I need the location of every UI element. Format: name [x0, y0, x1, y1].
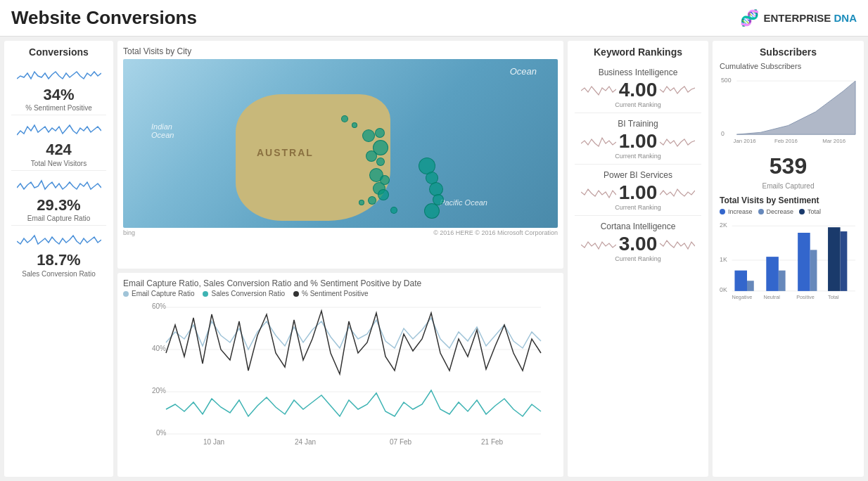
svg-text:21 Feb: 21 Feb [481, 438, 504, 446]
line-chart-card: Email Capture Ratio, Sales Conversion Ra… [117, 273, 563, 477]
sentiment-legend: Increase Decrease Total [720, 208, 857, 215]
legend-dot-total [799, 209, 805, 214]
svg-text:2K: 2K [720, 222, 727, 229]
pacific-ocean-label: Pacific Ocean [440, 198, 487, 207]
keyword-cortana: Cortana Intelligence 3.00 Current Rankin… [575, 217, 701, 267]
keywords-panel: Keyword Rankings Business Intelligence 4… [568, 41, 708, 477]
legend-decrease: Decrease [758, 208, 794, 215]
map-card: Total Visits by City Ocean IndianOcean P… [117, 41, 563, 269]
conversions-panel: Conversions 34% % Sentiment Positive 424… [4, 41, 113, 477]
metric-sentiment: 34% % Sentiment Positive [11, 63, 106, 115]
email-capture-label: Email Capture Ratio [27, 214, 90, 222]
keyword-bi-name: Business Intelligence [599, 68, 678, 77]
keyword-powerbi-sublabel: Current Ranking [615, 204, 661, 211]
map-dot-9 [378, 189, 389, 200]
indian-ocean-label: IndianOcean [151, 122, 174, 139]
keyword-training-name: BI Training [618, 119, 658, 129]
subscribers-panel: Subscribers Cumulative Subscribers 500 0… [713, 41, 864, 477]
keyword-bi-sparkline [581, 82, 616, 98]
sparkline-visitors [17, 121, 101, 141]
map-dot-1 [362, 129, 375, 142]
svg-text:07 Feb: 07 Feb [390, 438, 412, 446]
cumul-label: Cumulative Subscribers [720, 62, 857, 70]
keyword-cortana-sparkline [581, 236, 616, 252]
sparkline-sales [17, 231, 101, 251]
svg-text:1K: 1K [720, 256, 727, 263]
keyword-powerbi-rank-row: 1.00 [581, 181, 696, 204]
map-dot-s4 [390, 207, 397, 214]
legend-dot-email [123, 291, 129, 297]
legend-dot-decrease [758, 209, 764, 214]
keyword-bi-rank: 4.00 [619, 79, 658, 101]
svg-text:Negative: Negative [732, 294, 753, 300]
map-dot-s3 [359, 200, 364, 205]
map-container: Ocean IndianOcean Pacific Ocean AUSTRAL [123, 59, 558, 228]
bar-neg-decrease [747, 281, 754, 291]
bar-pos-decrease [810, 250, 817, 291]
map-dot-5 [376, 158, 385, 166]
conversions-title: Conversions [11, 46, 106, 58]
svg-text:24 Jan: 24 Jan [295, 438, 316, 446]
bar-neut-increase [766, 257, 779, 291]
australia-text: AUSTRAL [257, 147, 314, 158]
keyword-bi-sparkline2 [660, 82, 695, 98]
map-title: Total Visits by City [123, 46, 558, 56]
visitors-label: Total New Visitors [31, 160, 87, 167]
email-capture-value: 29.3% [37, 196, 80, 214]
legend-label-increase: Increase [728, 208, 753, 215]
keyword-training-rank: 1.00 [619, 130, 658, 153]
svg-text:0K: 0K [720, 286, 727, 293]
header: Website Conversions 🧬 ENTERPRISE DNA [0, 0, 868, 37]
legend-dot-increase [720, 209, 725, 214]
keyword-training-sparkline [581, 134, 616, 149]
sentiment-title: Total Visits by Sentiment [720, 195, 857, 205]
bar-pos-increase [798, 233, 810, 291]
svg-text:10 Jan: 10 Jan [203, 438, 224, 446]
middle-panel: Total Visits by City Ocean IndianOcean P… [117, 41, 563, 477]
keyword-cortana-sparkline2 [660, 236, 695, 252]
logo-area: 🧬 ENTERPRISE DNA [740, 9, 857, 27]
keyword-powerbi-sparkline [581, 185, 616, 200]
svg-text:Total: Total [828, 294, 839, 300]
keyword-training: BI Training 1.00 Current Ranking [575, 115, 701, 165]
svg-text:Positive: Positive [796, 294, 815, 300]
map-dot-s2 [352, 122, 357, 128]
keyword-cortana-rank-row: 3.00 [581, 233, 696, 255]
bar-total-increase [828, 227, 841, 291]
legend-increase: Increase [720, 208, 753, 215]
map-dot-3 [375, 128, 385, 138]
legend-email: Email Capture Ratio [123, 290, 194, 297]
legend-sentiment: % Sentiment Positive [293, 290, 369, 297]
keyword-training-rank-row: 1.00 [581, 130, 696, 153]
legend-label-total: Total [808, 208, 821, 215]
subscribers-title: Subscribers [720, 46, 857, 58]
svg-text:500: 500 [721, 77, 732, 84]
bar-neut-decrease [779, 271, 786, 291]
keyword-powerbi-rank: 1.00 [619, 181, 658, 204]
ocean-label: Ocean [510, 66, 537, 77]
svg-marker-16 [736, 81, 855, 134]
map-footer: bing © 2016 HERE © 2016 Microsoft Corpor… [123, 229, 558, 236]
keyword-powerbi-name: Power BI Services [604, 170, 672, 180]
keyword-powerbi-sparkline2 [660, 185, 695, 200]
keywords-title: Keyword Rankings [575, 46, 701, 58]
keyword-bi-sublabel: Current Ranking [615, 101, 661, 108]
map-dot-10 [368, 196, 376, 205]
legend-label-decrease: Decrease [767, 208, 794, 215]
legend-sales: Sales Conversion Ratio [203, 290, 285, 297]
emails-captured-label: Emails Captured [720, 182, 857, 190]
line-chart-svg: 60% 40% 20% 0% 10 Jan 24 Jan 07 Feb 21 F… [123, 300, 558, 448]
content-area: Conversions 34% % Sentiment Positive 424… [0, 37, 868, 481]
svg-text:40%: 40% [152, 345, 166, 352]
metric-visitors: 424 Total New Visitors [11, 118, 106, 170]
svg-text:Jan 2016: Jan 2016 [734, 138, 756, 144]
metric-email-capture: 29.3% Email Capture Ratio [11, 174, 106, 226]
line-chart-title: Email Capture Ratio, Sales Conversion Ra… [123, 278, 558, 288]
svg-text:0%: 0% [156, 429, 167, 437]
dashboard: Website Conversions 🧬 ENTERPRISE DNA Con… [0, 0, 868, 481]
map-dot-s1 [341, 115, 348, 122]
cumulative-area-chart: 500 0 Jan 2016 Feb 2016 Mar 2016 [720, 73, 857, 150]
sparkline-email [17, 177, 101, 196]
sentiment-label: % Sentiment Positive [25, 104, 92, 112]
visitors-value: 424 [46, 141, 72, 159]
